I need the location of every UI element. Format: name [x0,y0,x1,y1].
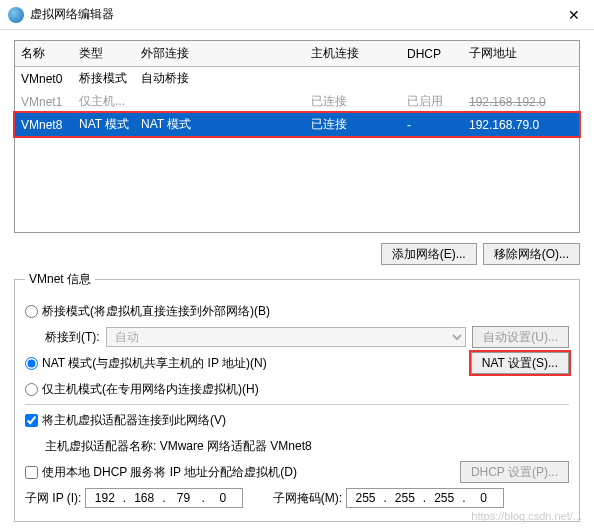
bridge-to-label: 桥接到(T): [45,329,100,346]
close-icon[interactable]: ✕ [562,5,586,25]
col-header[interactable]: 主机连接 [305,41,401,67]
add-network-button[interactable]: 添加网络(E)... [381,243,477,265]
ip-octet[interactable] [88,489,122,507]
nat-radio[interactable]: NAT 模式(与虚拟机共享主机的 IP 地址)(N) [25,355,267,372]
remove-network-button[interactable]: 移除网络(O)... [483,243,580,265]
nat-settings-button[interactable]: NAT 设置(S)... [471,352,569,374]
table-row[interactable]: VMnet1仅主机...已连接已启用192.168.192.0 [15,90,579,113]
app-icon [8,7,24,23]
titlebar: 虚拟网络编辑器 ✕ [0,0,594,30]
subnet-ip-input[interactable]: ... [85,488,243,508]
col-header[interactable]: DHCP [401,41,463,67]
ip-octet[interactable] [127,489,161,507]
table-row[interactable]: VMnet0桥接模式自动桥接 [15,67,579,91]
hostonly-radio[interactable]: 仅主机模式(在专用网络内连接虚拟机)(H) [25,381,259,398]
ip-octet[interactable] [388,489,422,507]
ip-octet[interactable] [166,489,200,507]
host-connect-check[interactable]: 将主机虚拟适配器连接到此网络(V) [25,412,226,429]
subnet-mask-input[interactable]: ... [346,488,504,508]
network-table: 名称类型外部连接主机连接DHCP子网地址 VMnet0桥接模式自动桥接VMnet… [14,40,580,233]
dhcp-check[interactable]: 使用本地 DHCP 服务将 IP 地址分配给虚拟机(D) [25,464,297,481]
ip-octet[interactable] [467,489,501,507]
subnet-ip-label: 子网 IP (I): [25,490,81,507]
adapter-name-label: 主机虚拟适配器名称: [45,438,156,455]
window-title: 虚拟网络编辑器 [30,6,562,23]
vmnet-info-legend: VMnet 信息 [25,271,95,288]
vmnet-info-group: VMnet 信息 桥接模式(将虚拟机直接连接到外部网络)(B) 桥接到(T): … [14,271,580,522]
subnet-mask-label: 子网掩码(M): [273,490,342,507]
col-header[interactable]: 外部连接 [135,41,305,67]
col-header[interactable]: 类型 [73,41,135,67]
dhcp-settings-button[interactable]: DHCP 设置(P)... [460,461,569,483]
ip-octet[interactable] [349,489,383,507]
col-header[interactable]: 子网地址 [463,41,579,67]
ip-octet[interactable] [206,489,240,507]
bridge-radio[interactable]: 桥接模式(将虚拟机直接连接到外部网络)(B) [25,303,270,320]
auto-settings-button[interactable]: 自动设置(U)... [472,326,569,348]
adapter-name-value: VMware 网络适配器 VMnet8 [160,438,312,455]
bridge-to-select[interactable]: 自动 [106,327,467,347]
ip-octet[interactable] [427,489,461,507]
table-row[interactable]: VMnet8NAT 模式NAT 模式已连接-192.168.79.0 [15,113,579,136]
col-header[interactable]: 名称 [15,41,73,67]
